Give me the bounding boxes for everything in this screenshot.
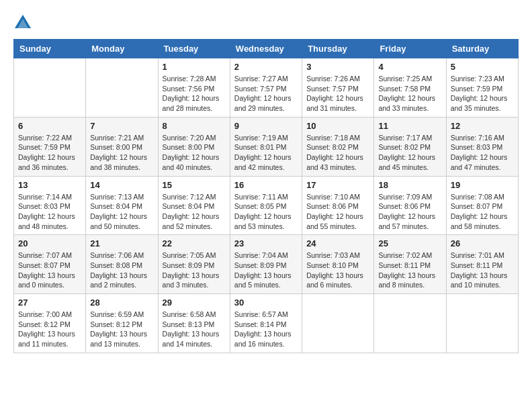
day-info: Sunrise: 7:10 AM Sunset: 8:06 PM Dayligh… xyxy=(306,192,369,232)
calendar-cell: 6Sunrise: 7:22 AM Sunset: 7:59 PM Daylig… xyxy=(14,117,86,176)
weekday-header: Sunday xyxy=(14,40,86,58)
calendar-cell: 25Sunrise: 7:02 AM Sunset: 8:11 PM Dayli… xyxy=(374,235,446,294)
day-number: 10 xyxy=(306,121,369,131)
day-info: Sunrise: 7:18 AM Sunset: 8:02 PM Dayligh… xyxy=(306,133,369,173)
weekday-header: Monday xyxy=(86,40,158,58)
calendar-cell: 10Sunrise: 7:18 AM Sunset: 8:02 PM Dayli… xyxy=(302,117,374,176)
day-info: Sunrise: 7:17 AM Sunset: 8:02 PM Dayligh… xyxy=(378,133,441,173)
day-info: Sunrise: 7:13 AM Sunset: 8:04 PM Dayligh… xyxy=(90,192,153,232)
calendar-cell: 26Sunrise: 7:01 AM Sunset: 8:11 PM Dayli… xyxy=(446,235,518,294)
day-number: 8 xyxy=(163,121,226,131)
day-info: Sunrise: 7:08 AM Sunset: 8:07 PM Dayligh… xyxy=(451,192,514,232)
calendar-cell: 5Sunrise: 7:23 AM Sunset: 7:59 PM Daylig… xyxy=(446,58,518,118)
day-info: Sunrise: 7:28 AM Sunset: 7:56 PM Dayligh… xyxy=(163,74,226,113)
weekday-header: Tuesday xyxy=(158,40,230,58)
day-info: Sunrise: 7:27 AM Sunset: 7:57 PM Dayligh… xyxy=(234,74,298,113)
calendar-cell: 27Sunrise: 7:00 AM Sunset: 8:12 PM Dayli… xyxy=(14,294,86,353)
calendar-cell: 21Sunrise: 7:06 AM Sunset: 8:08 PM Dayli… xyxy=(86,235,158,294)
day-number: 16 xyxy=(234,180,298,190)
day-number: 3 xyxy=(306,62,369,72)
calendar-cell: 22Sunrise: 7:05 AM Sunset: 8:09 PM Dayli… xyxy=(158,235,230,294)
day-info: Sunrise: 7:23 AM Sunset: 7:59 PM Dayligh… xyxy=(451,74,514,113)
calendar-cell: 20Sunrise: 7:07 AM Sunset: 8:07 PM Dayli… xyxy=(14,235,86,294)
day-number: 4 xyxy=(378,62,441,72)
day-info: Sunrise: 7:12 AM Sunset: 8:04 PM Dayligh… xyxy=(163,192,226,232)
day-info: Sunrise: 7:25 AM Sunset: 7:58 PM Dayligh… xyxy=(378,74,441,113)
day-info: Sunrise: 7:01 AM Sunset: 8:11 PM Dayligh… xyxy=(451,250,514,290)
calendar-cell: 12Sunrise: 7:16 AM Sunset: 8:03 PM Dayli… xyxy=(446,117,518,176)
day-number: 21 xyxy=(90,238,153,248)
calendar-cell: 11Sunrise: 7:17 AM Sunset: 8:02 PM Dayli… xyxy=(374,117,446,176)
day-info: Sunrise: 7:14 AM Sunset: 8:03 PM Dayligh… xyxy=(18,192,81,232)
calendar-cell: 29Sunrise: 6:58 AM Sunset: 8:13 PM Dayli… xyxy=(158,294,230,353)
day-number: 26 xyxy=(451,238,514,248)
calendar-cell xyxy=(446,294,518,353)
calendar-cell: 15Sunrise: 7:12 AM Sunset: 8:04 PM Dayli… xyxy=(158,176,230,235)
calendar-week-row: 6Sunrise: 7:22 AM Sunset: 7:59 PM Daylig… xyxy=(14,117,519,176)
day-number: 30 xyxy=(234,298,298,308)
calendar-cell: 28Sunrise: 6:59 AM Sunset: 8:12 PM Dayli… xyxy=(86,294,158,353)
day-info: Sunrise: 7:09 AM Sunset: 8:06 PM Dayligh… xyxy=(378,192,441,232)
day-info: Sunrise: 7:00 AM Sunset: 8:12 PM Dayligh… xyxy=(18,310,81,349)
calendar-cell: 17Sunrise: 7:10 AM Sunset: 8:06 PM Dayli… xyxy=(302,176,374,235)
day-info: Sunrise: 7:03 AM Sunset: 8:10 PM Dayligh… xyxy=(306,250,369,290)
calendar-cell: 7Sunrise: 7:21 AM Sunset: 8:00 PM Daylig… xyxy=(86,117,158,176)
calendar-week-row: 20Sunrise: 7:07 AM Sunset: 8:07 PM Dayli… xyxy=(14,235,519,294)
calendar-cell: 8Sunrise: 7:20 AM Sunset: 8:00 PM Daylig… xyxy=(158,117,230,176)
weekday-header: Saturday xyxy=(446,40,518,58)
day-info: Sunrise: 7:20 AM Sunset: 8:00 PM Dayligh… xyxy=(163,133,226,173)
calendar-cell: 18Sunrise: 7:09 AM Sunset: 8:06 PM Dayli… xyxy=(374,176,446,235)
day-number: 13 xyxy=(18,180,81,190)
day-number: 2 xyxy=(234,62,298,72)
day-info: Sunrise: 6:59 AM Sunset: 8:12 PM Dayligh… xyxy=(90,310,153,349)
calendar-cell: 23Sunrise: 7:04 AM Sunset: 8:09 PM Dayli… xyxy=(230,235,302,294)
day-number: 29 xyxy=(163,298,226,308)
day-info: Sunrise: 7:11 AM Sunset: 8:05 PM Dayligh… xyxy=(234,192,298,232)
weekday-header: Friday xyxy=(374,40,446,58)
page-header xyxy=(13,13,519,32)
day-number: 22 xyxy=(163,238,226,248)
day-number: 5 xyxy=(451,62,514,72)
day-info: Sunrise: 7:26 AM Sunset: 7:57 PM Dayligh… xyxy=(306,74,369,113)
day-info: Sunrise: 7:05 AM Sunset: 8:09 PM Dayligh… xyxy=(163,250,226,290)
day-number: 14 xyxy=(90,180,153,190)
calendar-cell xyxy=(302,294,374,353)
calendar-cell: 19Sunrise: 7:08 AM Sunset: 8:07 PM Dayli… xyxy=(446,176,518,235)
day-number: 18 xyxy=(378,180,441,190)
weekday-header: Thursday xyxy=(302,40,374,58)
calendar-cell: 4Sunrise: 7:25 AM Sunset: 7:58 PM Daylig… xyxy=(374,58,446,118)
calendar-cell: 1Sunrise: 7:28 AM Sunset: 7:56 PM Daylig… xyxy=(158,58,230,118)
day-info: Sunrise: 7:02 AM Sunset: 8:11 PM Dayligh… xyxy=(378,250,441,290)
calendar-cell: 30Sunrise: 6:57 AM Sunset: 8:14 PM Dayli… xyxy=(230,294,302,353)
calendar-cell: 16Sunrise: 7:11 AM Sunset: 8:05 PM Dayli… xyxy=(230,176,302,235)
day-number: 12 xyxy=(451,121,514,131)
logo-icon xyxy=(13,13,32,32)
day-info: Sunrise: 6:58 AM Sunset: 8:13 PM Dayligh… xyxy=(163,310,226,349)
day-info: Sunrise: 7:07 AM Sunset: 8:07 PM Dayligh… xyxy=(18,250,81,290)
day-number: 27 xyxy=(18,298,81,308)
calendar-week-row: 1Sunrise: 7:28 AM Sunset: 7:56 PM Daylig… xyxy=(14,58,519,118)
calendar-table: SundayMondayTuesdayWednesdayThursdayFrid… xyxy=(13,39,519,353)
day-number: 17 xyxy=(306,180,369,190)
day-number: 15 xyxy=(163,180,226,190)
weekday-header: Wednesday xyxy=(230,40,302,58)
calendar-week-row: 27Sunrise: 7:00 AM Sunset: 8:12 PM Dayli… xyxy=(14,294,519,353)
day-number: 11 xyxy=(378,121,441,131)
day-number: 20 xyxy=(18,238,81,248)
day-number: 23 xyxy=(234,238,298,248)
logo xyxy=(13,13,35,32)
day-info: Sunrise: 7:19 AM Sunset: 8:01 PM Dayligh… xyxy=(234,133,298,173)
calendar-cell: 13Sunrise: 7:14 AM Sunset: 8:03 PM Dayli… xyxy=(14,176,86,235)
calendar-cell: 2Sunrise: 7:27 AM Sunset: 7:57 PM Daylig… xyxy=(230,58,302,118)
calendar-cell xyxy=(374,294,446,353)
calendar-cell: 14Sunrise: 7:13 AM Sunset: 8:04 PM Dayli… xyxy=(86,176,158,235)
calendar-cell xyxy=(86,58,158,118)
day-number: 1 xyxy=(163,62,226,72)
day-number: 24 xyxy=(306,238,369,248)
calendar-cell: 9Sunrise: 7:19 AM Sunset: 8:01 PM Daylig… xyxy=(230,117,302,176)
day-number: 25 xyxy=(378,238,441,248)
day-number: 9 xyxy=(234,121,298,131)
calendar-cell: 24Sunrise: 7:03 AM Sunset: 8:10 PM Dayli… xyxy=(302,235,374,294)
day-number: 7 xyxy=(90,121,153,131)
day-info: Sunrise: 7:21 AM Sunset: 8:00 PM Dayligh… xyxy=(90,133,153,173)
